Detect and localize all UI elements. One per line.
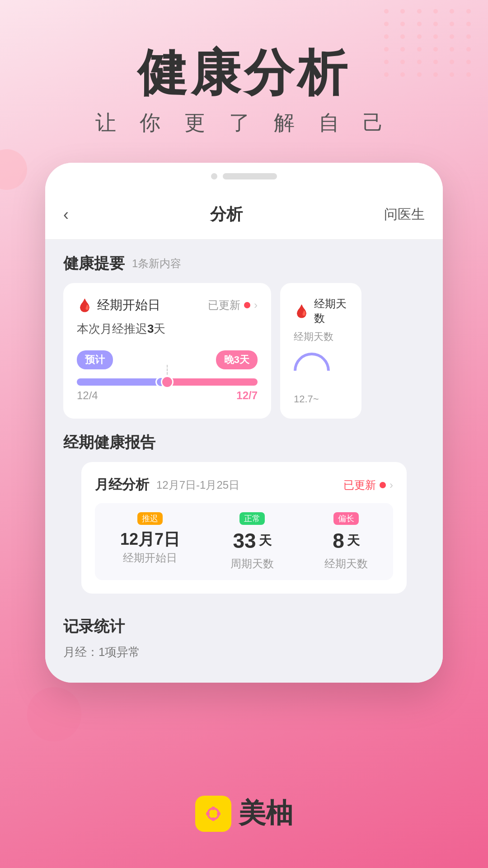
phone-speaker <box>223 173 277 179</box>
sub-title: 让 你 更 了 解 自 己 <box>27 109 461 137</box>
phone-camera <box>211 173 217 179</box>
status-label: 已更新 <box>208 298 240 312</box>
badge-delayed: 推迟 <box>137 512 163 525</box>
stat-value-2: 8 <box>333 528 344 553</box>
svg-point-3 <box>211 817 215 821</box>
bottom-logo: 美柚 <box>195 795 293 832</box>
health-summary-section: 健康提要 1条新内容 🩸 经期开始日 已更新 › <box>45 240 443 428</box>
background-dots <box>384 9 474 99</box>
badge-normal: 正常 <box>239 512 265 525</box>
logo-icon <box>195 796 231 832</box>
report-date-range: 12月7日-1月25日 <box>156 478 239 492</box>
phone-status-bar <box>45 163 443 190</box>
stat-period-start: 推迟 12月7日 经期开始日 <box>120 512 180 571</box>
app-content: ‹ 分析 问医生 健康提要 1条新内容 🩸 经期开始日 <box>45 190 443 683</box>
stat-value-date: 12月7日 <box>120 528 180 551</box>
report-title: 月经分析 <box>95 476 149 494</box>
section-title: 健康提要 <box>63 253 125 274</box>
period-days-card[interactable]: 🩸 经期天数 经期天数 12.7~ <box>280 283 361 419</box>
stat-value-row-2: 8 天 <box>324 528 368 553</box>
stat-unit-2: 天 <box>347 532 360 549</box>
card-title-row: 🩸 经期开始日 <box>77 297 160 314</box>
status-dot <box>244 302 250 308</box>
arc-chart <box>286 345 337 396</box>
stat-value-row-1: 33 天 <box>230 528 274 553</box>
timeline-dates: 12/4 12/7 <box>77 389 258 402</box>
background-circle-bottom <box>27 687 81 741</box>
cards-row: 🩸 经期开始日 已更新 › 本次月经推迟3天 <box>63 283 425 419</box>
report-section-header: 经期健康报告 <box>63 432 425 453</box>
report-header: 月经分析 12月7日-1月25日 已更新 › <box>95 476 393 494</box>
record-item: 月经：1项异常 <box>63 644 425 660</box>
back-button[interactable]: ‹ <box>63 205 69 224</box>
stat-value-1: 33 <box>233 528 256 553</box>
actual-date: 12/7 <box>236 389 258 402</box>
report-section-title: 经期健康报告 <box>63 432 155 453</box>
phone-mockup: ‹ 分析 问医生 健康提要 1条新内容 🩸 经期开始日 <box>45 163 443 683</box>
range-label: 12.7~ <box>294 393 348 405</box>
section-badge: 1条新内容 <box>132 256 181 271</box>
period-days-label: 经期天数 <box>294 330 348 344</box>
logo-text: 美柚 <box>239 795 293 832</box>
stat-label-0: 经期开始日 <box>120 551 180 565</box>
stat-cycle-days: 正常 33 天 周期天数 <box>230 512 274 571</box>
late-pill: 晚3天 <box>216 350 258 369</box>
report-chevron-icon: › <box>389 479 393 491</box>
svg-point-5 <box>217 812 221 816</box>
late-label: 晚3天 <box>216 350 258 369</box>
stat-label-1: 周期天数 <box>230 557 274 571</box>
stat-label-2: 经期天数 <box>324 557 368 571</box>
background-circle-left <box>0 149 27 190</box>
predicted-pill: 预计 <box>77 350 113 369</box>
card-title: 经期开始日 <box>97 297 160 314</box>
stat-unit-1: 天 <box>259 532 272 549</box>
ask-doctor-button[interactable]: 问医生 <box>384 205 425 224</box>
drop-icon-2: 🩸 <box>294 304 310 319</box>
stat-period-days: 偏长 8 天 经期天数 <box>324 512 368 571</box>
svg-point-2 <box>211 807 215 810</box>
card-header: 🩸 经期开始日 已更新 › <box>77 297 258 314</box>
svg-point-4 <box>206 812 210 816</box>
predicted-label: 预计 <box>77 350 113 369</box>
report-status: 已更新 › <box>343 478 393 492</box>
card2-title: 经期天数 <box>314 297 348 326</box>
report-status-label: 已更新 <box>343 478 376 492</box>
card-description: 本次月经推迟3天 <box>77 321 258 337</box>
section-header: 健康提要 1条新内容 <box>63 253 425 274</box>
navigation-bar: ‹ 分析 问医生 <box>45 190 443 240</box>
actual-dot <box>161 376 174 388</box>
period-start-card[interactable]: 🩸 经期开始日 已更新 › 本次月经推迟3天 <box>63 283 271 419</box>
predicted-date: 12/4 <box>77 389 98 402</box>
card2-title-row: 🩸 经期天数 <box>294 297 348 326</box>
record-stats-section: 记录统计 月经：1项异常 <box>45 603 443 665</box>
timeline-track <box>77 378 258 386</box>
timeline: 预计 晚3天 12/4 <box>77 350 258 402</box>
stats-row: 推迟 12月7日 经期开始日 正常 33 天 <box>95 503 393 580</box>
badge-long: 偏长 <box>333 512 359 525</box>
monthly-report-card[interactable]: 月经分析 12月7日-1月25日 已更新 › 推迟 <box>81 462 407 594</box>
report-title-row: 月经分析 12月7日-1月25日 <box>95 476 239 494</box>
report-status-dot <box>380 482 386 488</box>
record-title: 记录统计 <box>63 616 425 637</box>
period-report-section: 经期健康报告 月经分析 12月7日-1月25日 已更新 › <box>45 428 443 603</box>
drop-icon: 🩸 <box>77 298 93 313</box>
card-status: 已更新 › <box>208 298 258 312</box>
page-title: 分析 <box>210 203 243 226</box>
chevron-right-icon: › <box>254 299 258 311</box>
